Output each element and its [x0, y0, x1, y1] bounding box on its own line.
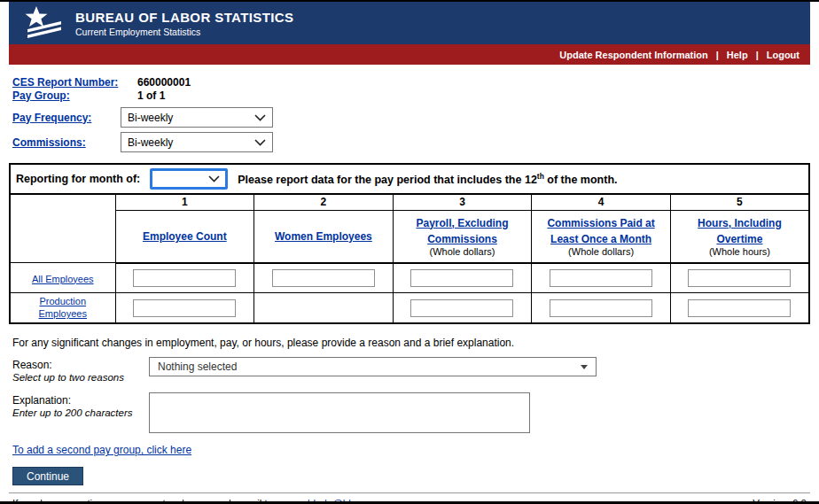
chevron-down-icon: [254, 139, 266, 146]
add-pay-group-link[interactable]: To add a second pay group, click here: [12, 444, 191, 456]
report-info: CES Report Number: 660000001 Pay Group: …: [9, 65, 810, 152]
bls-logo: [23, 5, 64, 41]
column-note-payroll: (Whole dollars): [399, 246, 526, 258]
commissions-select[interactable]: Bi-weekly: [121, 132, 273, 152]
reason-select[interactable]: Nothing selected: [149, 357, 597, 376]
column-number-1: 1: [115, 194, 254, 210]
app-title: BUREAU OF LABOR STATISTICS: [75, 10, 294, 25]
explanation-labels: Explanation: Enter up to 200 characters: [12, 392, 149, 418]
reason-label: Reason:: [12, 359, 149, 371]
production-employees-hours-input[interactable]: [688, 299, 791, 317]
column-header-commissions[interactable]: Commissions Paid at Least Once a Month: [547, 217, 654, 245]
column-number-3: 3: [393, 194, 532, 210]
table-corner-cell: [10, 194, 115, 263]
footer-help-text: If you have questions or comments, pleas…: [12, 498, 375, 504]
column-note-commissions: (Whole dollars): [537, 246, 665, 258]
page-footer: If you have questions or comments, pleas…: [9, 492, 810, 504]
all-employees-row: All Employees: [10, 263, 809, 293]
column-header-hours[interactable]: Hours, Including Overtime: [698, 217, 782, 245]
all-employees-payroll-input[interactable]: [410, 269, 513, 287]
chevron-down-icon: [254, 114, 266, 121]
column-number-5: 5: [670, 194, 809, 210]
help-link[interactable]: Help: [727, 50, 748, 60]
nav-separator: |: [716, 50, 719, 60]
instruction-superscript: th: [537, 172, 544, 181]
all-employees-employee-count-input[interactable]: [133, 269, 236, 287]
commissions-link[interactable]: Commissions:: [12, 136, 121, 149]
browser-viewport: BUREAU OF LABOR STATISTICS Current Emplo…: [0, 0, 819, 504]
commissions-value: Bi-weekly: [128, 136, 173, 149]
chevron-down-icon: [208, 175, 220, 182]
help-email-link[interactable]: ceswebhelp@bls.gov: [278, 498, 375, 504]
update-respondent-link[interactable]: Update Respondent Information: [559, 50, 707, 60]
pay-group-row: Pay Group: 1 of 1: [12, 89, 807, 102]
explanation-label: Explanation:: [12, 394, 149, 407]
version-label: Version: 6.0: [753, 498, 807, 504]
column-note-hours: (Whole hours): [676, 246, 803, 258]
column-header-employee-count[interactable]: Employee Count: [143, 230, 227, 243]
production-employees-women-employees-empty-cell: [254, 293, 394, 324]
continue-button[interactable]: Continue: [12, 467, 83, 485]
nav-separator: |: [756, 50, 759, 60]
footer-text: If you have questions or comments, pleas…: [12, 498, 276, 504]
all-employees-hours-input[interactable]: [688, 269, 791, 287]
utility-nav: Update Respondent Information | Help | L…: [9, 44, 810, 65]
explanation-textarea[interactable]: [149, 392, 530, 433]
column-headers-row: Employee Count Women Employees Payroll, …: [10, 210, 809, 263]
ces-report-number-row: CES Report Number: 660000001: [12, 75, 807, 89]
explanation-field-row: Explanation: Enter up to 200 characters: [12, 392, 810, 433]
reason-selected-value: Nothing selected: [158, 361, 237, 373]
reporting-month-label: Reporting for month of:: [16, 173, 140, 185]
all-employees-link[interactable]: All Employees: [32, 273, 94, 285]
page: BUREAU OF LABOR STATISTICS Current Emplo…: [9, 2, 810, 504]
explanation-hint: Enter up to 200 characters: [12, 407, 149, 418]
employment-report-table: Reporting for month of: Please report da…: [9, 163, 810, 324]
changes-instruction: For any significant changes in employmen…: [12, 337, 810, 349]
production-employees-link[interactable]: Production Employees: [27, 295, 99, 321]
pay-frequency-value: Bi-weekly: [128, 112, 173, 124]
production-employees-employee-count-input[interactable]: [133, 299, 236, 317]
reporting-month-select[interactable]: [150, 168, 228, 190]
instruction-prefix: Please report data for the pay period th…: [238, 174, 537, 186]
dropdown-arrow-icon: [581, 365, 588, 369]
all-employees-commissions-input[interactable]: [550, 269, 652, 287]
production-employees-payroll-input[interactable]: [410, 299, 513, 317]
reason-hint: Select up to two reasons: [12, 372, 149, 383]
reporting-month-row: Reporting for month of: Please report da…: [10, 164, 809, 194]
commissions-row: Commissions: Bi-weekly: [12, 132, 807, 152]
production-employees-row: Production Employees: [10, 293, 809, 324]
masthead-text: BUREAU OF LABOR STATISTICS Current Emplo…: [75, 10, 294, 37]
reason-field-row: Reason: Select up to two reasons Nothing…: [12, 357, 810, 383]
all-employees-women-employees-input[interactable]: [272, 269, 375, 287]
pay-frequency-select[interactable]: Bi-weekly: [121, 107, 273, 128]
app-subtitle: Current Employment Statistics: [75, 27, 294, 37]
production-employees-commissions-input[interactable]: [550, 299, 652, 317]
column-header-women-employees[interactable]: Women Employees: [275, 230, 372, 243]
bls-logo-icon: [23, 5, 64, 41]
ces-report-number-link[interactable]: CES Report Number:: [12, 76, 121, 89]
pay-frequency-link[interactable]: Pay Frequency:: [12, 112, 121, 124]
column-number-4: 4: [532, 194, 671, 210]
bls-header: BUREAU OF LABOR STATISTICS Current Emplo…: [9, 2, 810, 44]
pay-group-link[interactable]: Pay Group:: [12, 89, 121, 102]
pay-group-value: 1 of 1: [121, 89, 165, 102]
column-number-2: 2: [254, 194, 394, 210]
ces-report-number-value: 660000001: [121, 76, 191, 89]
logout-link[interactable]: Logout: [767, 50, 800, 60]
instruction-suffix: of the month.: [544, 174, 618, 186]
pay-frequency-row: Pay Frequency: Bi-weekly: [12, 107, 807, 128]
column-header-payroll[interactable]: Payroll, Excluding Commissions: [416, 217, 508, 245]
reason-labels: Reason: Select up to two reasons: [12, 357, 149, 383]
column-numbers-row: 1 2 3 4 5: [10, 194, 809, 210]
reporting-instruction: Please report data for the pay period th…: [238, 172, 617, 186]
